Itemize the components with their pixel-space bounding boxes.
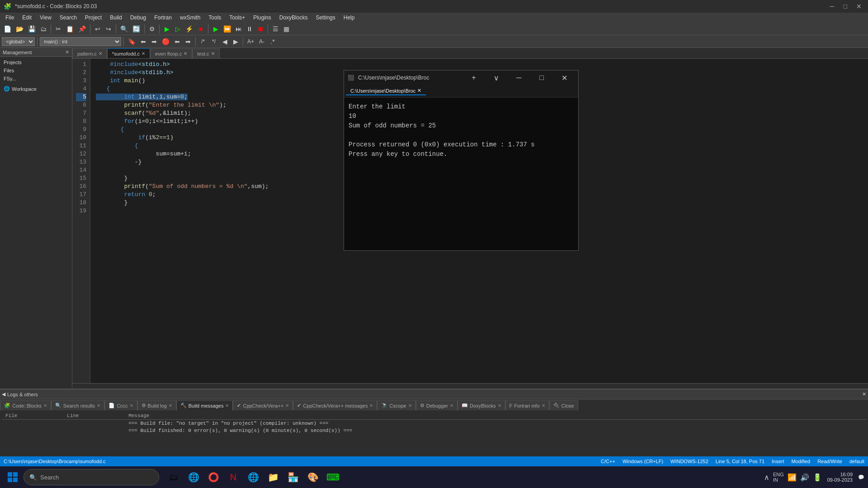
terminal-dropdown[interactable]: ∨ [486,71,507,84]
tray-lang[interactable]: ENGIN [773,472,784,483]
tb-debug-abort[interactable]: ⏹ [255,24,265,34]
bottom-tab-cppcheck-msg[interactable]: ✔ CppCheck/Vera++ messages ✕ [293,400,377,410]
tab-test-c-close[interactable]: ✕ [211,51,215,56]
sidebar-item-workspace[interactable]: 🌐 Workspace [2,85,70,93]
bottom-tab-cppcheck[interactable]: ✔ CppCheck/Vera++ ✕ [233,400,293,410]
taskbar-icon-files[interactable]: 📁 [264,468,282,486]
taskbar-icon-opera[interactable]: ⭕ [204,468,222,486]
tab-pattern-c[interactable]: pattern.c ✕ [72,48,107,58]
taskbar-icon-chrome[interactable]: 🌐 [244,468,262,486]
taskbar-icon-theme[interactable]: 🎨 [304,468,322,486]
taskbar-search-box[interactable]: 🔍 Search [24,469,159,485]
notification-icon[interactable]: 💬 [858,474,864,480]
tb-bookmark-add[interactable]: 🔖 [126,37,137,47]
menu-edit[interactable]: Edit [19,14,35,22]
bottom-tab-search-results[interactable]: 🔍 Search results ✕ [51,400,104,410]
tb-copy[interactable]: 📋 [64,24,75,34]
menu-help[interactable]: Help [340,14,359,22]
tb-undo[interactable]: ↩ [93,24,103,34]
bottom-tab-close[interactable]: 🔌 Close [549,400,578,410]
menu-search[interactable]: Search [56,14,80,22]
tb-doc-next[interactable]: ▶ [231,37,241,47]
tb-find[interactable]: 🔍 [118,24,130,34]
terminal-new-tab[interactable]: + [463,71,484,84]
terminal-minimize[interactable]: ─ [509,71,529,84]
bottom-tab-doxyblocks[interactable]: 📖 DoxyBlocks ✕ [458,400,505,410]
terminal-maximize[interactable]: □ [531,71,552,84]
tb-open[interactable]: 📂 [14,24,25,34]
tb-comment[interactable]: /* [198,37,208,47]
bottom-panel-close[interactable]: ✕ [862,391,866,397]
tb-save[interactable]: 💾 [26,24,38,34]
menu-project[interactable]: Project [81,14,105,22]
menu-view[interactable]: View [36,14,55,22]
bottom-tab-cscope-close[interactable]: ✕ [408,403,412,408]
scope-select[interactable]: <global> [2,37,35,46]
tab-even-floop-c[interactable]: even floop.c ✕ [150,48,192,58]
tb-replace[interactable]: 🔄 [131,24,142,34]
bottom-tab-cppcheck-msg-close[interactable]: ✕ [369,403,373,408]
tab-test-c[interactable]: test.c ✕ [192,48,219,58]
close-button[interactable]: ✕ [854,2,864,11]
tb-build-settings[interactable]: ⚙ [147,24,157,34]
tb-breakpoint-prev[interactable]: ⬅ [172,37,182,47]
bottom-tab-buildlog-close[interactable]: ✕ [169,403,172,408]
tb-paste[interactable]: 📌 [76,24,88,34]
tb-new[interactable]: 📄 [2,24,13,34]
menu-build[interactable]: Build [106,14,126,22]
terminal-tab-1[interactable]: C:\Users\mjase\Desktop\Broc ✕ [346,87,426,95]
tb-debug-step[interactable]: ⏩ [222,24,233,34]
sidebar-tab-fsy[interactable]: FSy... [2,75,70,82]
bottom-tab-codeblocks-close[interactable]: ✕ [43,403,47,408]
tb-redo[interactable]: ↪ [104,24,113,34]
tb-misc1[interactable]: ☰ [270,24,280,34]
bottom-panel-nav-left[interactable]: ◀ [2,391,5,397]
taskbar-icon-explorer[interactable]: 🗂 [165,468,183,486]
tb-misc2[interactable]: ▦ [281,24,291,34]
tb-save-all[interactable]: 🗂 [38,24,48,34]
tb-uncomment[interactable]: */ [209,37,219,47]
terminal-close[interactable]: ✕ [554,71,575,84]
minimize-button[interactable]: ─ [827,2,837,11]
clock[interactable]: 16:09 09-09-2023 [827,472,853,483]
menu-plugins[interactable]: Plugins [250,14,274,22]
bottom-tab-cccc-close[interactable]: ✕ [130,403,133,408]
tb-build-run[interactable]: ⚡ [184,24,195,34]
bottom-tab-search-close[interactable]: ✕ [97,403,100,408]
menu-settings[interactable]: Settings [312,14,339,22]
sidebar-close[interactable]: ✕ [65,49,69,55]
tab-even-floop-c-close[interactable]: ✕ [184,51,187,56]
terminal-tab-close[interactable]: ✕ [417,88,421,94]
tb-decrease[interactable]: A- [257,37,267,47]
tb-increase[interactable]: A+ [245,37,256,47]
tb-stop[interactable]: ■ [196,24,206,34]
menu-tools[interactable]: Tools [205,14,225,22]
maximize-button[interactable]: □ [841,2,850,11]
sidebar-tab-projects[interactable]: Projects [2,59,70,66]
tb-debug[interactable]: ▶ [211,24,221,34]
taskbar-icon-edge[interactable]: 🌐 [184,468,203,486]
tab-sumofodd-c[interactable]: *sumofodd.c ✕ [107,48,150,58]
menu-doxyblocks[interactable]: DoxyBlocks [276,14,311,22]
start-button[interactable] [4,468,22,486]
bottom-tab-cscope[interactable]: 🔭 Cscope ✕ [377,400,415,410]
tb-bookmark-next[interactable]: ➡ [149,37,159,47]
taskbar-icon-store[interactable]: 🏪 [284,468,302,486]
bottom-tab-debugger-close[interactable]: ✕ [450,403,453,408]
tray-volume[interactable]: 🔊 [800,473,809,482]
menu-file[interactable]: File [2,14,18,22]
menu-wxsmith[interactable]: wxSmith [176,14,204,22]
taskbar-icon-netflix[interactable]: N [224,468,242,486]
tab-sumofodd-c-close[interactable]: ✕ [142,51,145,56]
tb-run[interactable]: ▷ [173,24,183,34]
bottom-tab-doxyblocks-close[interactable]: ✕ [498,403,501,408]
bottom-tab-cppcheck-close[interactable]: ✕ [285,403,289,408]
tray-wifi[interactable]: 📶 [788,473,797,482]
tb-build[interactable]: ▶ [162,24,172,34]
tb-cut[interactable]: ✂ [53,24,63,34]
menu-fortran[interactable]: Fortran [151,14,175,22]
menu-tools-plus[interactable]: Tools+ [226,14,249,22]
tb-doc-prev[interactable]: ◀ [220,37,230,47]
tab-pattern-c-close[interactable]: ✕ [99,51,102,56]
tb-breakpoint-add[interactable]: 🔴 [160,37,171,47]
